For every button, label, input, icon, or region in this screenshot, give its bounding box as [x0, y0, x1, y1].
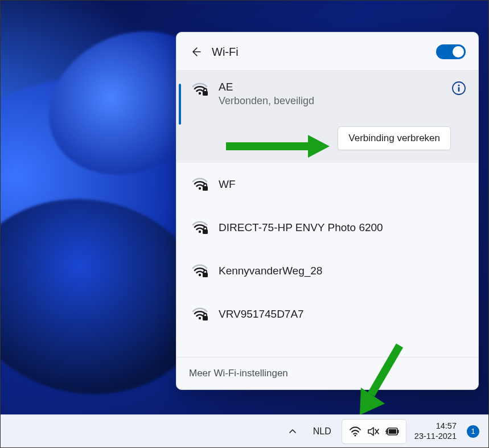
- info-icon: [451, 81, 466, 96]
- tray-overflow-button[interactable]: [282, 419, 303, 444]
- language-indicator[interactable]: NLD: [307, 419, 337, 444]
- wifi-secure-icon: [191, 220, 211, 237]
- clock-time: 14:57: [414, 421, 457, 431]
- network-name: VRV951745D7A7: [219, 307, 467, 321]
- wifi-secure-icon: [191, 176, 211, 194]
- wifi-flyout-panel: Wi-Fi AE Verbonden, beveiligd: [176, 32, 479, 390]
- svg-rect-4: [458, 87, 460, 92]
- network-item[interactable]: KennyvanderWeg_28: [176, 249, 478, 293]
- clock-date-text: 23-11-2021: [414, 431, 457, 441]
- arrow-left-icon: [190, 46, 202, 57]
- system-tray-quick-settings[interactable]: [342, 419, 406, 444]
- svg-point-0: [199, 92, 201, 94]
- network-item[interactable]: VRV951745D7A7: [176, 293, 478, 336]
- disconnect-button[interactable]: Verbinding verbreken: [338, 126, 451, 150]
- network-name: AE: [219, 80, 451, 94]
- clock-date[interactable]: 14:57 23-11-2021: [411, 419, 460, 444]
- back-button[interactable]: [187, 43, 205, 61]
- svg-rect-1: [203, 91, 208, 96]
- network-info-button[interactable]: [451, 80, 467, 96]
- network-status: Verbonden, beveiligd: [219, 95, 451, 107]
- wifi-icon: [349, 426, 361, 437]
- svg-point-5: [199, 187, 201, 190]
- network-name: WF: [219, 178, 467, 191]
- svg-point-3: [458, 84, 459, 86]
- chevron-up-icon: [288, 427, 297, 436]
- notification-badge: 1: [467, 425, 479, 438]
- svg-rect-19: [397, 430, 398, 433]
- network-item-connected[interactable]: AE Verbonden, beveiligd Verbinding verbr…: [176, 70, 478, 163]
- more-wifi-settings-link[interactable]: Meer Wi-Fi-instellingen: [176, 357, 478, 389]
- svg-rect-20: [389, 429, 396, 434]
- network-name: DIRECT-75-HP ENVY Photo 6200: [219, 221, 467, 235]
- network-name: KennyvanderWeg_28: [219, 264, 467, 278]
- toggle-knob: [453, 46, 464, 57]
- wifi-secure-icon: [191, 81, 211, 98]
- network-labels: AE Verbonden, beveiligd Verbinding verbr…: [219, 80, 451, 150]
- svg-point-9: [199, 274, 201, 276]
- svg-rect-6: [203, 186, 208, 191]
- wifi-secure-icon: [191, 306, 211, 323]
- panel-title: Wi-Fi: [212, 46, 436, 59]
- svg-rect-8: [203, 229, 208, 234]
- battery-charging-icon: [385, 427, 399, 436]
- network-item[interactable]: WF: [176, 163, 478, 206]
- wifi-secure-icon: [191, 263, 211, 280]
- panel-header: Wi-Fi: [176, 32, 478, 70]
- svg-point-7: [199, 231, 201, 233]
- svg-point-17: [354, 434, 356, 436]
- notification-center-button[interactable]: 1: [465, 419, 482, 444]
- wifi-toggle[interactable]: [436, 44, 466, 59]
- svg-rect-10: [203, 273, 208, 277]
- network-item[interactable]: DIRECT-75-HP ENVY Photo 6200: [176, 206, 478, 249]
- volume-muted-icon: [367, 426, 380, 437]
- svg-point-11: [199, 317, 201, 319]
- network-list: AE Verbonden, beveiligd Verbinding verbr…: [176, 70, 478, 357]
- taskbar: NLD 14:57 23-11-2021 1: [1, 414, 488, 447]
- svg-rect-12: [203, 316, 208, 320]
